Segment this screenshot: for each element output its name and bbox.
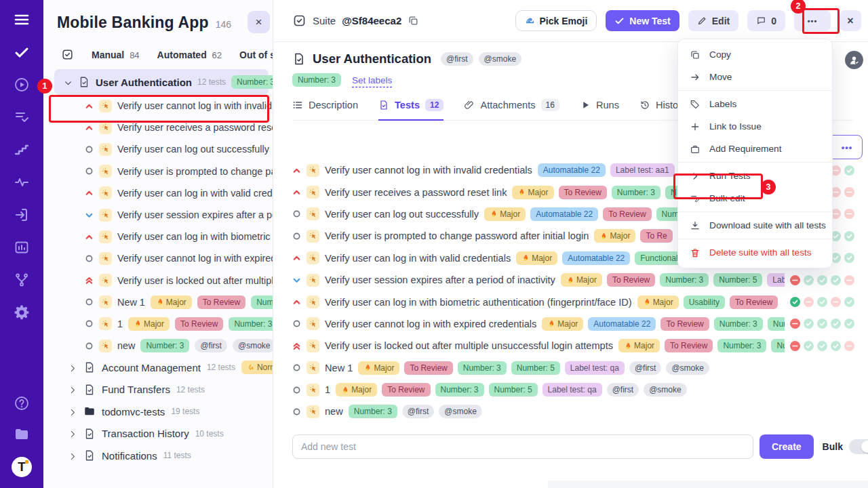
tree-suite-user-authentication[interactable]: User Authentication 12 tests Number: 3: [54, 69, 269, 95]
menu-item-link-to-issue[interactable]: Link to Issue: [678, 115, 832, 138]
menu-item-move[interactable]: Move: [678, 66, 832, 88]
menu-divider: [678, 211, 832, 212]
doc-icon: [83, 428, 96, 440]
status-check-icon: [804, 319, 814, 329]
bulk-toggle[interactable]: [849, 439, 868, 454]
tree-test-item[interactable]: Verify user receives a password reset li…: [43, 117, 273, 138]
chevron-down-icon[interactable]: [64, 78, 73, 87]
test-row[interactable]: newNumber: 3@first@smoke: [292, 401, 868, 422]
suites-overview-icon[interactable]: [61, 48, 74, 61]
test-row[interactable]: Verify user session expires after a peri…: [292, 269, 868, 291]
steps-icon[interactable]: [13, 141, 31, 159]
tree-test-item[interactable]: Verify user is prompted to change passwo…: [43, 161, 273, 182]
tree-filter-tab-automated[interactable]: Automated 62: [157, 49, 222, 60]
branch-icon[interactable]: [13, 271, 31, 289]
tab-description[interactable]: Description: [292, 100, 358, 120]
tree-test-item[interactable]: New 1MajorTo ReviewNumber: 3: [43, 291, 273, 313]
tab-runs[interactable]: Runs: [580, 100, 619, 120]
pulse-icon[interactable]: [13, 174, 31, 191]
chevron-right-icon[interactable]: [68, 363, 77, 372]
test-row[interactable]: Verify user is locked out after multiple…: [292, 335, 868, 357]
number-badge: Number: 3: [292, 73, 341, 87]
bottom-strip: [548, 481, 868, 488]
test-row[interactable]: Verify user can log in with biometric au…: [292, 291, 868, 312]
create-test-button[interactable]: Create: [760, 434, 814, 459]
gear-icon[interactable]: [13, 304, 31, 321]
menu-icon[interactable]: [13, 11, 31, 28]
tree-test-item[interactable]: Verify user can log in with valid creden…: [43, 182, 273, 204]
tab-tests[interactable]: Tests12: [378, 99, 443, 121]
menu-item-bulk-edit[interactable]: Bulk edit: [678, 187, 832, 209]
menu-item-copy[interactable]: Copy: [678, 43, 832, 66]
bar-chart-icon[interactable]: [13, 239, 31, 256]
help-icon[interactable]: [13, 394, 31, 412]
folder-icon[interactable]: [13, 426, 31, 443]
tree-test-item[interactable]: newNumber: 3@first@smoke: [43, 335, 273, 357]
add-test-input[interactable]: [292, 434, 753, 459]
test-title: Verify user is locked out after multiple…: [117, 275, 273, 286]
priority-high-icon: [85, 102, 94, 110]
test-row[interactable]: New 1MajorTo ReviewNumber: 3Number: 5Lab…: [292, 357, 868, 379]
tree-suite-item[interactable]: Transaction History10 tests: [43, 422, 273, 444]
panel-close-button[interactable]: ×: [248, 11, 270, 33]
suite-info: Suite @Sf84eeca2: [292, 14, 419, 28]
menu-item-download-suite-with-all-tests[interactable]: Download suite with all tests: [678, 214, 832, 237]
tab-attachments[interactable]: Attachments16: [464, 99, 559, 121]
tree-test-item[interactable]: Verify user is locked out after multiple…: [43, 270, 273, 291]
play-circle-icon[interactable]: [13, 76, 31, 94]
chevron-right-icon[interactable]: [68, 407, 77, 416]
status-check-icon: [790, 297, 800, 307]
suite-test-count: 12 tests: [197, 77, 226, 87]
tree-test-item[interactable]: Verify user can log out successfully: [43, 138, 273, 160]
suite-test-count: 10 tests: [195, 429, 224, 439]
check-icon[interactable]: [13, 43, 31, 61]
close-suite-button[interactable]: ×: [840, 10, 861, 31]
tree-test-item[interactable]: Verify user cannot log in with expired c…: [43, 247, 273, 269]
menu-item-delete-suite-with-all-tests[interactable]: Delete suite with all tests: [678, 241, 832, 264]
status-check-icon: [817, 297, 827, 307]
tree-filter-tab-out-of-sy[interactable]: Out of sy: [239, 49, 273, 60]
set-labels-link[interactable]: Set labels: [352, 75, 392, 85]
new-test-button[interactable]: New Test: [606, 10, 679, 31]
status-minus-icon: [790, 319, 800, 329]
comments-button[interactable]: 0: [747, 10, 785, 31]
chevron-right-icon[interactable]: [68, 429, 77, 438]
tree-filter-tab-manual[interactable]: Manual 84: [92, 49, 140, 60]
app-logo[interactable]: T: [12, 457, 32, 477]
priority-none-icon: [292, 319, 301, 328]
chevron-right-icon[interactable]: [68, 385, 77, 394]
tree-suite-item[interactable]: todomvc-tests19 tests: [43, 401, 273, 422]
tree-suite-item[interactable]: Account Management12 testsNormal: [43, 357, 273, 378]
copy-suite-id-icon[interactable]: [408, 15, 419, 26]
tree-test-item[interactable]: 1MajorTo ReviewNumber: 3Nur: [43, 313, 273, 335]
tag-chip: @first: [402, 405, 435, 418]
menu-divider: [678, 162, 832, 163]
user-avatar[interactable]: [845, 51, 863, 69]
sign-in-icon[interactable]: [13, 206, 31, 224]
run-status-icons: [831, 187, 854, 197]
chevron-right-icon[interactable]: [68, 451, 77, 460]
number-badge: Number: 3: [229, 317, 273, 331]
list-check-icon[interactable]: [13, 108, 31, 126]
test-title: new: [117, 340, 135, 351]
review-badge: To Re: [640, 229, 672, 243]
tree-test-item[interactable]: Verify user session expires after a peri…: [43, 204, 273, 226]
tree-test-item[interactable]: Verify user cannot log in with invalid c…: [43, 95, 273, 117]
tree-suite-item[interactable]: Notifications11 tests: [43, 445, 273, 466]
tree-test-item[interactable]: Verify user can log in with biometric au…: [43, 226, 273, 247]
status-check-icon: [831, 341, 841, 351]
edit-button[interactable]: Edit: [688, 10, 738, 31]
tree-suite-item[interactable]: Fund Transfers12 tests: [43, 379, 273, 401]
menu-item-run-tests[interactable]: Run Tests: [678, 165, 832, 187]
split-button-more[interactable]: •••: [832, 136, 862, 159]
more-actions-button[interactable]: •••: [794, 10, 831, 31]
test-emoji-icon: [307, 207, 319, 220]
test-row[interactable]: Verify user cannot log in with expired c…: [292, 313, 868, 335]
test-row[interactable]: 1MajorTo ReviewNumber: 3Number: 5Label t…: [292, 379, 868, 401]
menu-item-labels[interactable]: Labels: [678, 93, 832, 115]
pick-emoji-button[interactable]: Pick Emoji: [515, 10, 597, 31]
suite-label: Suite: [313, 15, 336, 26]
menu-item-add-requirement[interactable]: Add Requirement: [678, 138, 832, 160]
status-check-icon: [844, 297, 854, 307]
add-test-row: Create Bulk: [292, 434, 859, 459]
